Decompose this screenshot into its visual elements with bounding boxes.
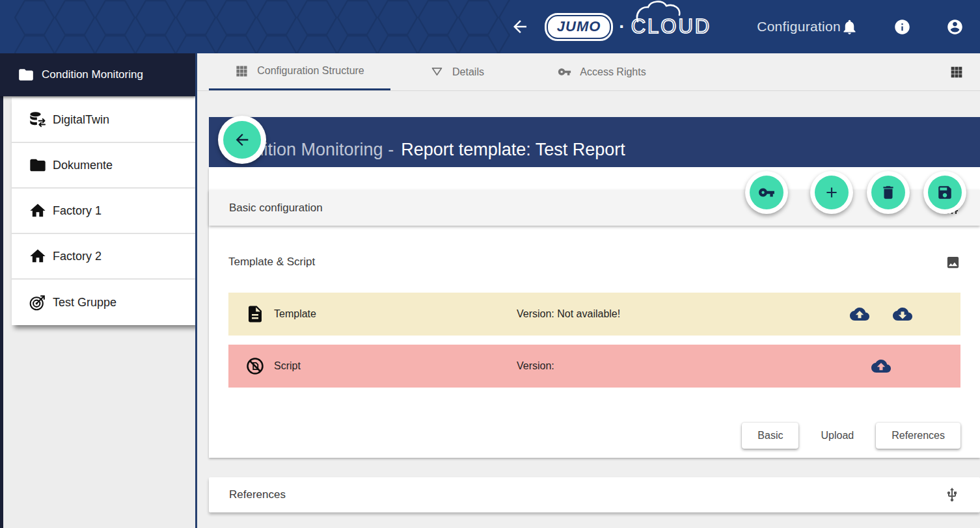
sidebar-item-test-gruppe[interactable]: Test Gruppe xyxy=(12,280,195,325)
sidebar-item-label: Factory 2 xyxy=(53,250,102,263)
back-arrow-icon[interactable] xyxy=(510,17,530,36)
trash-icon xyxy=(880,184,897,201)
sidebar-item-label: Factory 1 xyxy=(53,204,102,218)
cloud-wordmark: CLOUD xyxy=(631,15,712,38)
template-row-label: Template xyxy=(274,308,517,320)
sidebar: Condition Monitoring DigitalTwin Dokumen… xyxy=(0,53,195,528)
template-script-title: Template & Script xyxy=(228,256,315,269)
filter-icon xyxy=(430,65,444,79)
template-script-header: Template & Script xyxy=(228,254,960,270)
references-row[interactable]: References xyxy=(209,477,980,512)
template-file-row: Template Version: Not available! xyxy=(228,293,960,336)
script-version-text: Version: xyxy=(517,360,850,372)
tab-bar: Configuration Structure Details Access R… xyxy=(197,53,980,91)
sidebar-item-digitaltwin[interactable]: DigitalTwin xyxy=(12,98,195,143)
tab-access-rights[interactable]: Access Rights xyxy=(524,53,680,90)
document-icon xyxy=(245,304,265,324)
template-row-actions xyxy=(850,304,912,324)
account-icon[interactable] xyxy=(946,18,964,36)
folder-icon xyxy=(29,156,47,174)
notifications-bell-icon[interactable] xyxy=(841,18,858,36)
target-icon xyxy=(29,293,47,311)
usb-icon xyxy=(944,487,960,503)
basic-configuration-row[interactable]: Basic configuration xyxy=(209,190,980,226)
basic-button[interactable]: Basic xyxy=(742,423,798,449)
tab-label: Configuration Structure xyxy=(257,65,364,77)
key-icon xyxy=(758,184,775,201)
sidebar-item-label: Test Gruppe xyxy=(53,296,116,310)
references-label: References xyxy=(229,488,286,501)
blocked-document-icon xyxy=(245,356,265,376)
access-rights-fab-button[interactable] xyxy=(745,171,788,214)
references-button[interactable]: References xyxy=(876,423,960,449)
content-scroll-area: Condition Monitoring - Report template: … xyxy=(197,117,980,528)
script-row-label: Script xyxy=(274,360,517,372)
save-fab-button[interactable] xyxy=(923,171,966,214)
info-icon[interactable] xyxy=(893,18,911,36)
section-footer-buttons: Basic Upload References xyxy=(228,423,960,449)
sidebar-item-label: DigitalTwin xyxy=(53,113,109,127)
script-row-actions xyxy=(850,356,912,376)
basic-configuration-label: Basic configuration xyxy=(229,202,323,215)
arrow-left-icon xyxy=(233,131,251,149)
sidebar-header-label: Condition Monitoring xyxy=(42,68,143,81)
cloud-upload-icon[interactable] xyxy=(850,304,869,324)
home-icon xyxy=(29,247,47,265)
folder-icon xyxy=(18,66,34,83)
sidebar-item-label: Dokumente xyxy=(53,159,113,172)
grid-icon xyxy=(235,64,249,78)
template-version-text: Version: Not available! xyxy=(517,308,850,320)
app-bar: JUMO · CLOUD Configuration xyxy=(0,0,980,53)
tab-configuration-structure[interactable]: Configuration Structure xyxy=(209,53,390,90)
digital-twin-icon xyxy=(29,111,47,129)
sidebar-item-dokumente[interactable]: Dokumente xyxy=(12,143,195,189)
banner-title: Report template: Test Report xyxy=(401,140,625,160)
banner: Condition Monitoring - Report template: … xyxy=(209,117,980,167)
jumo-cloud-logo[interactable]: JUMO · CLOUD xyxy=(547,15,711,39)
plus-icon xyxy=(823,184,840,201)
hexagon-pattern-decoration xyxy=(14,0,510,53)
home-icon xyxy=(29,202,47,220)
tab-label: Access Rights xyxy=(580,66,646,78)
apps-grid-icon[interactable] xyxy=(950,66,963,79)
sidebar-item-factory-2[interactable]: Factory 2 xyxy=(12,234,195,280)
detail-panel: Basic configuration Template & Script Te… xyxy=(209,167,980,458)
tab-details[interactable]: Details xyxy=(390,53,524,90)
sidebar-group-condition-monitoring[interactable]: Condition Monitoring xyxy=(0,53,195,96)
sidebar-item-factory-1[interactable]: Factory 1 xyxy=(12,189,195,234)
key-icon xyxy=(558,65,571,79)
tab-label: Details xyxy=(452,66,484,78)
sidebar-list: DigitalTwin Dokumente Factory 1 Factory … xyxy=(12,98,195,325)
add-fab-button[interactable] xyxy=(810,171,853,214)
jumo-logo-pill: JUMO xyxy=(547,15,612,39)
upload-button[interactable]: Upload xyxy=(818,423,856,449)
page-title: Configuration xyxy=(757,19,841,34)
cloud-upload-icon[interactable] xyxy=(871,356,891,376)
cloud-download-icon[interactable] xyxy=(893,304,912,324)
delete-fab-button[interactable] xyxy=(867,171,910,214)
back-fab-button[interactable] xyxy=(218,116,266,164)
image-icon[interactable] xyxy=(946,255,960,270)
script-file-row: Script Version: xyxy=(228,345,960,388)
main-content: Configuration Structure Details Access R… xyxy=(195,53,980,528)
appbar-actions xyxy=(841,18,964,36)
template-script-section: Template & Script Template Version: Not … xyxy=(209,236,980,458)
save-icon xyxy=(936,184,953,201)
logo-dot: · xyxy=(619,16,625,37)
